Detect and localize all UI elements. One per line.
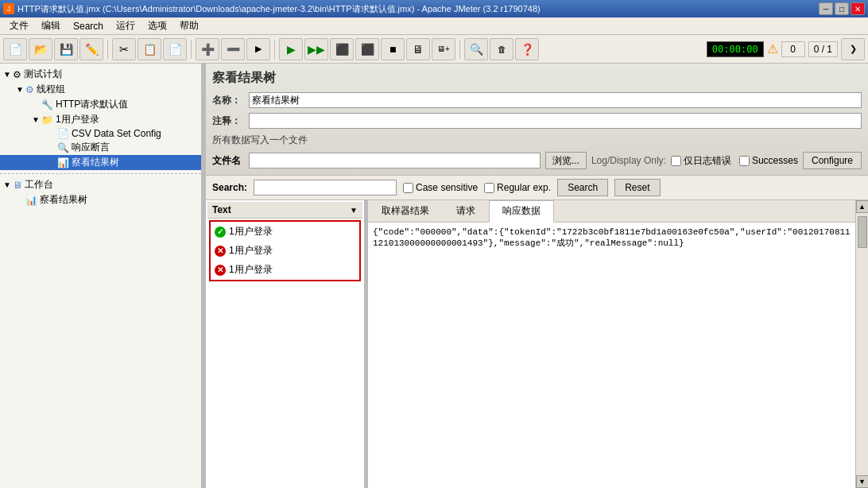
menu-options[interactable]: 选项 xyxy=(141,17,173,34)
tree-item-3[interactable]: ▼ 📁 1用户登录 xyxy=(0,112,201,127)
tree-item-2[interactable]: 🔧 HTTP请求默认值 xyxy=(0,97,201,112)
result-item-2[interactable]: ✕ 1用户登录 xyxy=(211,261,359,279)
error-only-checkbox[interactable] xyxy=(671,156,681,166)
scroll-thumb[interactable] xyxy=(858,216,867,248)
search-label: Search: xyxy=(212,182,247,193)
edit-button[interactable]: ✏️ xyxy=(79,38,103,60)
comment-row: 注释： xyxy=(212,110,862,131)
search-button[interactable]: Search xyxy=(557,179,608,196)
new-button[interactable]: 📄 xyxy=(3,38,27,60)
nav-button[interactable]: ❯ xyxy=(841,38,865,60)
help-button[interactable]: ❓ xyxy=(515,38,539,60)
add-button[interactable]: ➕ xyxy=(196,38,219,60)
remove-button[interactable]: ➖ xyxy=(221,38,245,60)
search-toolbar-button[interactable]: 🔍 xyxy=(464,38,488,60)
timer-display: 00:00:00 xyxy=(707,41,764,57)
tree-item-1[interactable]: ▼ ⚙ 线程组 xyxy=(0,82,201,97)
stop-all-button[interactable]: ⬛ xyxy=(355,38,379,60)
tree-label-0: 测试计划 xyxy=(24,68,62,81)
checkbox1-label[interactable]: 仅日志错误 xyxy=(671,154,731,168)
cut-button[interactable]: ✂ xyxy=(112,38,136,60)
scroll-down[interactable]: ▼ xyxy=(856,475,869,488)
open-button[interactable]: 📂 xyxy=(29,38,52,60)
search-input[interactable] xyxy=(254,180,397,196)
tree-label-8: 察看结果树 xyxy=(40,193,87,207)
tree-item-6[interactable]: 📊 察看结果树 xyxy=(0,155,201,170)
name-input[interactable] xyxy=(249,92,862,108)
reset-button[interactable]: Reset xyxy=(614,179,660,196)
results-container: Text ▼ ✓ 1用户登录 ✕ 1用户登录 ✕ 1用户登录 xyxy=(206,200,868,488)
regex-checkbox[interactable] xyxy=(484,183,494,193)
browse-button[interactable]: 浏览... xyxy=(545,152,587,169)
toolbar-right: 00:00:00 ⚠ 0 0 / 1 ❯ xyxy=(703,38,865,60)
dropdown-arrow[interactable]: ▼ xyxy=(350,206,358,215)
file-input[interactable] xyxy=(249,153,541,168)
close-button[interactable]: ✕ xyxy=(851,2,865,15)
scroll-up[interactable]: ▲ xyxy=(856,200,869,213)
remote-all-button[interactable]: 🖥+ xyxy=(432,38,455,60)
menu-edit[interactable]: 编辑 xyxy=(35,17,67,34)
tab-request[interactable]: 请求 xyxy=(443,200,489,222)
minimize-button[interactable]: ─ xyxy=(819,2,833,15)
run-all-button[interactable]: ▶▶ xyxy=(304,38,328,60)
regex-label[interactable]: Regular exp. xyxy=(484,182,551,193)
expand-icon-3[interactable]: ▼ xyxy=(32,115,40,124)
save-button[interactable]: 💾 xyxy=(54,38,78,60)
panel-header: 察看结果树 名称： 注释： 所有数据写入一个文件 文件名 浏览... Log/D… xyxy=(206,64,868,176)
clear-all-button[interactable]: 🗑 xyxy=(490,38,513,60)
scroll-track[interactable] xyxy=(857,213,868,475)
content-body: {"code":"000000","data":{"tokenId":"1722… xyxy=(368,223,855,488)
remote-button[interactable]: 🖥 xyxy=(406,38,430,60)
tree-item-5[interactable]: 🔍 响应断言 xyxy=(0,140,201,155)
file-row: 文件名 浏览... Log/Display Only: 仅日志错误 Succes… xyxy=(212,149,862,172)
copy-button[interactable]: 📋 xyxy=(138,38,161,60)
comment-input[interactable] xyxy=(249,113,862,129)
tab-sampler-result[interactable]: 取样器结果 xyxy=(368,200,443,222)
csv-icon: 📄 xyxy=(57,128,69,139)
stop-button[interactable]: ⬛ xyxy=(330,38,354,60)
log-display-label: Log/Display Only: xyxy=(591,155,666,166)
checkbox2-label[interactable]: Successes xyxy=(739,155,798,166)
menu-run[interactable]: 运行 xyxy=(110,17,141,34)
run-button[interactable]: ▶ xyxy=(279,38,303,60)
tree-label-7: 工作台 xyxy=(25,178,53,192)
paste-button[interactable]: 📄 xyxy=(163,38,187,60)
tree-item-4[interactable]: 📄 CSV Data Set Config xyxy=(0,127,201,140)
result-item-1[interactable]: ✕ 1用户登录 xyxy=(211,242,359,260)
expand-icon-1[interactable]: ▼ xyxy=(16,85,24,94)
content-panel: 取样器结果 请求 响应数据 {"code":"000000","data":{"… xyxy=(368,200,855,488)
plan-icon: ⚙ xyxy=(13,69,21,80)
status-icon-2: ✕ xyxy=(215,265,226,276)
menu-help[interactable]: 帮助 xyxy=(173,17,205,34)
user-icon: 📁 xyxy=(41,114,53,126)
menu-search[interactable]: Search xyxy=(67,19,110,33)
successes-checkbox[interactable] xyxy=(739,156,750,166)
result-label-0: 1用户登录 xyxy=(229,225,273,238)
result-label-1: 1用户登录 xyxy=(229,244,273,258)
configure-button[interactable]: Configure xyxy=(803,152,862,169)
shutdown-button[interactable]: ⏹ xyxy=(381,38,405,60)
results-list-header: Text ▼ xyxy=(207,202,362,219)
title-bar-controls: ─ □ ✕ xyxy=(819,2,865,15)
left-panel: ▼ ⚙ 测试计划 ▼ ⚙ 线程组 🔧 HTTP请求默认值 ▼ 📁 1用户登录 📄… xyxy=(0,64,203,488)
toolbar-separator-4 xyxy=(459,40,460,59)
tab-response-data[interactable]: 响应数据 xyxy=(489,200,554,223)
toolbar-separator-2 xyxy=(191,40,192,59)
maximize-button[interactable]: □ xyxy=(835,2,849,15)
tree-item-8[interactable]: 📊 察看结果树 xyxy=(0,192,201,207)
expand-icon-7[interactable]: ▼ xyxy=(3,180,11,189)
menu-file[interactable]: 文件 xyxy=(3,17,35,34)
title-bar-text: HTTP请求默认值.jmx (C:\Users\Administrator\Do… xyxy=(17,3,541,15)
case-sensitive-label[interactable]: Case sensitive xyxy=(403,182,478,193)
tree-label-1: 线程组 xyxy=(37,83,65,96)
case-sensitive-checkbox[interactable] xyxy=(403,183,413,193)
clear-button[interactable]: ▶ xyxy=(246,38,270,60)
tree-item-0[interactable]: ▼ ⚙ 测试计划 xyxy=(0,67,201,82)
result-icon-8: 📊 xyxy=(25,195,37,206)
tree-item-7[interactable]: ▼ 🖥 工作台 xyxy=(0,177,201,192)
warn-count: 0 xyxy=(781,41,805,57)
tree-label-3: 1用户登录 xyxy=(56,113,99,126)
result-item-0[interactable]: ✓ 1用户登录 xyxy=(211,223,359,241)
expand-icon-0[interactable]: ▼ xyxy=(3,70,11,79)
thread-icon: ⚙ xyxy=(25,84,34,95)
